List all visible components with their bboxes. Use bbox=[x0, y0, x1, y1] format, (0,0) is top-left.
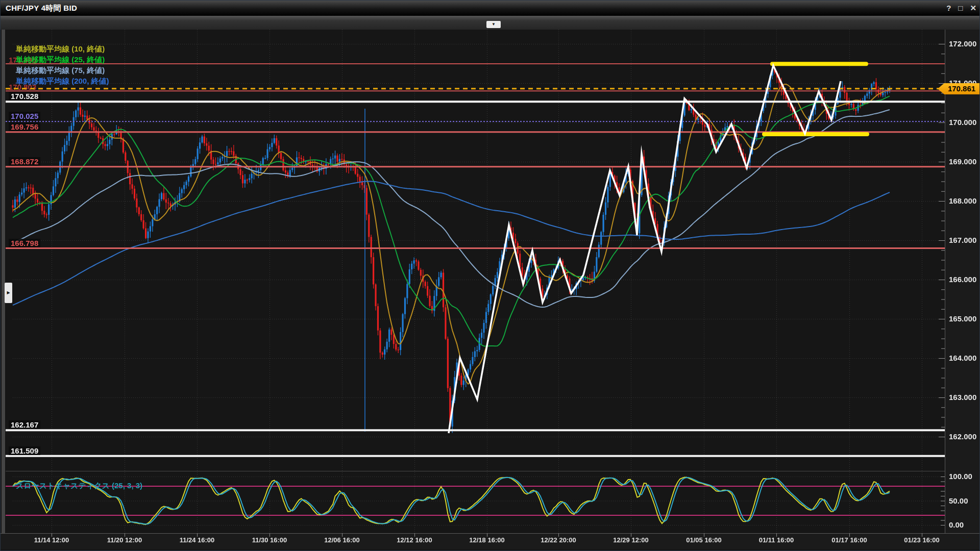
x-axis-label: 12/29 12:00 bbox=[606, 536, 655, 544]
x-axis-label: 12/06 16:00 bbox=[317, 536, 366, 544]
x-axis-label: 01/11 16:00 bbox=[752, 536, 801, 544]
x-axis-label: 01/05 16:00 bbox=[679, 536, 728, 544]
y-axis-label: 163.000 bbox=[949, 393, 976, 402]
window-title: CHF/JPY 4時間 BID bbox=[6, 1, 77, 16]
price-line-label: 170.528 bbox=[9, 92, 40, 101]
x-axis-label: 11/24 16:00 bbox=[173, 536, 222, 544]
chevron-right-icon: ▶ bbox=[7, 290, 10, 295]
stochastic-legend-label: スローストキャスティクス (25, 3, 3) bbox=[16, 481, 142, 491]
y-axis-label: 165.000 bbox=[949, 314, 976, 323]
y-axis-label: 162.000 bbox=[949, 432, 976, 441]
collapse-toolbar-button[interactable]: ▼ bbox=[486, 21, 501, 28]
price-chart-canvas[interactable] bbox=[1, 1, 980, 551]
x-axis-label: 12/18 16:00 bbox=[462, 536, 511, 544]
x-axis-label: 12/22 20:00 bbox=[534, 536, 583, 544]
stoch-axis-label: 50.00 bbox=[949, 496, 968, 505]
y-axis-label: 166.000 bbox=[949, 275, 976, 284]
legend-sma25-label: 単純移動平均線 (25, 終値) bbox=[16, 55, 109, 66]
legend-sma75-label: 単純移動平均線 (75, 終値) bbox=[16, 66, 109, 77]
price-line-label: 169.756 bbox=[9, 122, 40, 131]
y-axis-label: 168.000 bbox=[949, 196, 976, 205]
ma-legend: 単純移動平均線 (10, 終値) 単純移動平均線 (25, 終値) 単純移動平均… bbox=[16, 44, 109, 87]
chart-window: CHF/JPY 4時間 BID ? □ ✕ ▼ ▶ 単純移動平均線 (10, 終… bbox=[0, 0, 980, 551]
window-controls: ? □ ✕ bbox=[946, 1, 976, 16]
expand-side-panel-button[interactable]: ▶ bbox=[5, 283, 12, 303]
title-bar[interactable]: CHF/JPY 4時間 BID ? □ ✕ bbox=[1, 1, 980, 16]
x-axis-label: 11/30 16:00 bbox=[245, 536, 294, 544]
price-line-label: 166.798 bbox=[9, 239, 40, 247]
help-icon[interactable]: ? bbox=[946, 1, 951, 16]
y-axis-label: 169.000 bbox=[949, 157, 976, 166]
stoch-axis-label: 0.00 bbox=[949, 520, 964, 529]
stoch-axis-label: 100.00 bbox=[949, 472, 972, 481]
x-axis-label: 01/17 16:00 bbox=[825, 536, 874, 544]
y-axis-label: 167.000 bbox=[949, 236, 976, 244]
x-axis-label: 12/12 16:00 bbox=[390, 536, 439, 544]
x-axis-label: 01/23 16:00 bbox=[897, 536, 946, 544]
x-axis-label: 11/20 12:00 bbox=[100, 536, 149, 544]
y-axis-label: 170.000 bbox=[949, 118, 976, 127]
price-line-label: 168.872 bbox=[9, 157, 40, 166]
y-axis-label: 172.000 bbox=[949, 39, 976, 48]
price-line-label: 162.167 bbox=[9, 420, 40, 429]
close-icon[interactable]: ✕ bbox=[970, 1, 976, 16]
current-price-badge: 170.861 bbox=[938, 83, 980, 94]
y-axis-label: 164.000 bbox=[949, 354, 976, 362]
x-axis-label: 11/14 12:00 bbox=[27, 536, 76, 544]
price-line-label: 161.509 bbox=[9, 446, 40, 455]
legend-sma10-label: 単純移動平均線 (10, 終値) bbox=[16, 44, 109, 55]
price-line-label: 170.025 bbox=[9, 112, 40, 120]
maximize-icon[interactable]: □ bbox=[958, 1, 963, 16]
legend-sma200-label: 単純移動平均線 (200, 終値) bbox=[16, 77, 109, 87]
chevron-down-icon: ▼ bbox=[492, 22, 496, 27]
